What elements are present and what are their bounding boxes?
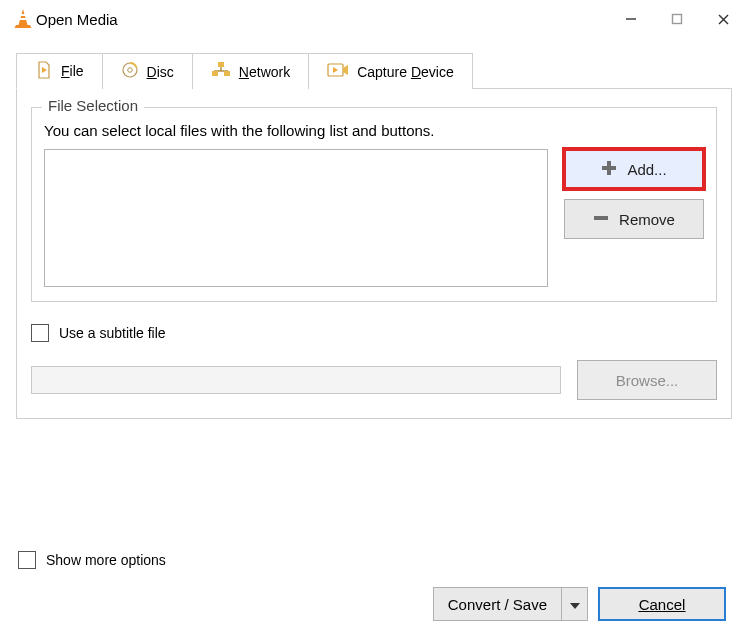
add-button-label: Add... bbox=[627, 161, 666, 178]
convert-save-split-button[interactable]: Convert / Save bbox=[433, 587, 588, 621]
capture-icon bbox=[327, 61, 349, 82]
file-selection-legend: File Selection bbox=[42, 97, 144, 114]
tab-file-label: File bbox=[61, 63, 84, 79]
subtitle-path-input bbox=[31, 366, 561, 394]
svg-rect-1 bbox=[21, 14, 26, 16]
maximize-button[interactable] bbox=[654, 3, 700, 35]
tab-bar: File Disc Netw bbox=[16, 52, 732, 88]
svg-rect-14 bbox=[212, 71, 218, 76]
convert-save-button[interactable]: Convert / Save bbox=[433, 587, 562, 621]
tab-network-label: Network bbox=[239, 64, 290, 80]
window-title: Open Media bbox=[36, 11, 118, 28]
file-list[interactable] bbox=[44, 149, 548, 287]
chevron-down-icon bbox=[570, 596, 580, 612]
use-subtitle-checkbox-row[interactable]: Use a subtitle file bbox=[31, 324, 717, 342]
add-button[interactable]: Add... bbox=[564, 149, 704, 189]
remove-button[interactable]: Remove bbox=[564, 199, 704, 239]
titlebar: Open Media bbox=[0, 0, 748, 38]
tab-disc-label: Disc bbox=[147, 64, 174, 80]
tab-capture-device[interactable]: Capture Device bbox=[308, 53, 473, 89]
file-panel: File Selection You can select local file… bbox=[16, 88, 732, 419]
minus-icon bbox=[593, 210, 609, 229]
file-selection-group: File Selection You can select local file… bbox=[31, 107, 717, 302]
vlc-cone-icon bbox=[12, 7, 34, 32]
cancel-button-label: Cancel bbox=[639, 596, 686, 613]
svg-rect-2 bbox=[20, 18, 27, 20]
minimize-button[interactable] bbox=[608, 3, 654, 35]
use-subtitle-checkbox[interactable] bbox=[31, 324, 49, 342]
show-more-options-row[interactable]: Show more options bbox=[18, 551, 166, 569]
remove-button-label: Remove bbox=[619, 211, 675, 228]
browse-button: Browse... bbox=[577, 360, 717, 400]
svg-rect-15 bbox=[224, 71, 230, 76]
svg-marker-17 bbox=[343, 65, 348, 75]
svg-marker-0 bbox=[19, 9, 28, 25]
tab-capture-label: Capture Device bbox=[357, 64, 454, 80]
file-icon bbox=[35, 61, 53, 82]
svg-point-10 bbox=[127, 68, 132, 73]
convert-save-dropdown[interactable] bbox=[562, 587, 588, 621]
use-subtitle-label: Use a subtitle file bbox=[59, 325, 166, 341]
tab-file[interactable]: File bbox=[16, 53, 103, 89]
svg-marker-22 bbox=[570, 603, 580, 609]
browse-button-label: Browse... bbox=[616, 372, 679, 389]
cancel-button[interactable]: Cancel bbox=[598, 587, 726, 621]
show-more-options-label: Show more options bbox=[46, 552, 166, 568]
svg-rect-5 bbox=[673, 15, 682, 24]
plus-icon bbox=[601, 160, 617, 179]
show-more-options-checkbox[interactable] bbox=[18, 551, 36, 569]
close-button[interactable] bbox=[700, 3, 746, 35]
network-icon bbox=[211, 61, 231, 82]
tab-network[interactable]: Network bbox=[192, 53, 309, 89]
svg-marker-3 bbox=[15, 25, 32, 28]
svg-rect-11 bbox=[218, 62, 224, 67]
file-selection-help-text: You can select local files with the foll… bbox=[44, 122, 704, 139]
svg-rect-21 bbox=[594, 216, 608, 220]
tab-disc[interactable]: Disc bbox=[102, 53, 193, 89]
svg-rect-20 bbox=[602, 166, 616, 170]
disc-icon bbox=[121, 61, 139, 82]
